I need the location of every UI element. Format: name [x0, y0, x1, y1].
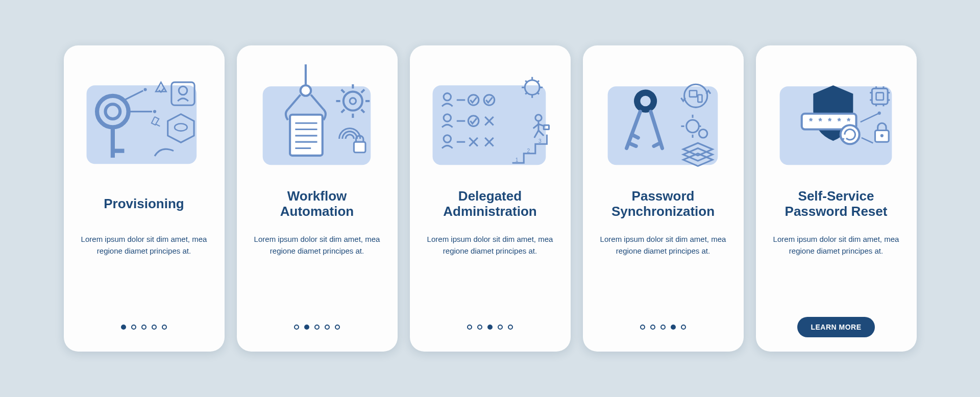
- page-dots: [640, 325, 686, 330]
- onboarding-card: * * * * *: [756, 45, 917, 352]
- page-dot[interactable]: [121, 325, 126, 330]
- page-dot[interactable]: [314, 325, 320, 330]
- page-dots: [294, 325, 340, 330]
- page-dot[interactable]: [508, 325, 513, 330]
- page-dot[interactable]: [335, 325, 340, 330]
- card-footer: LEARN MORE: [768, 317, 904, 337]
- page-dot[interactable]: [141, 325, 146, 330]
- svg-text:2: 2: [527, 148, 530, 154]
- svg-point-103: [877, 112, 880, 115]
- svg-text:*: *: [828, 116, 832, 127]
- card-footer: [76, 317, 212, 337]
- svg-rect-61: [544, 125, 549, 129]
- card-title: Provisioning: [104, 187, 184, 221]
- svg-rect-62: [607, 86, 718, 165]
- svg-point-6: [153, 110, 156, 113]
- svg-text:*: *: [809, 116, 813, 127]
- page-dot[interactable]: [477, 325, 482, 330]
- card-title: Password Synchronization: [611, 187, 715, 221]
- svg-point-8: [143, 88, 146, 91]
- page-dot[interactable]: [660, 325, 666, 330]
- card-title: Self-Service Password Reset: [785, 187, 888, 221]
- card-footer: [595, 317, 731, 337]
- card-description: Lorem ipsum dolor sit dim amet, mea regi…: [249, 233, 385, 257]
- svg-point-15: [300, 85, 311, 96]
- card-description: Lorem ipsum dolor sit dim amet, mea regi…: [76, 233, 212, 257]
- page-dot[interactable]: [304, 325, 309, 330]
- onboarding-card: Provisioning Lorem ipsum dolor sit dim a…: [64, 45, 225, 352]
- svg-rect-32: [354, 142, 365, 153]
- svg-text:3: 3: [538, 138, 541, 144]
- page-dot[interactable]: [152, 325, 157, 330]
- onboarding-card: Workflow Automation Lorem ipsum dolor si…: [237, 45, 398, 352]
- page-dot[interactable]: [671, 325, 676, 330]
- delegated-administration-illustration: 1 2 3: [422, 61, 558, 178]
- card-description: Lorem ipsum dolor sit dim amet, mea regi…: [768, 233, 904, 257]
- page-dot[interactable]: [294, 325, 299, 330]
- svg-line-39: [525, 81, 527, 83]
- password-synchronization-illustration: [595, 61, 731, 178]
- page-dot[interactable]: [487, 325, 493, 330]
- page-dots: [467, 325, 513, 330]
- page-dot[interactable]: [162, 325, 167, 330]
- card-footer: [249, 317, 385, 337]
- page-dot[interactable]: [467, 325, 472, 330]
- svg-point-101: [880, 134, 883, 137]
- page-dots: [121, 325, 167, 330]
- page-dot[interactable]: [681, 325, 686, 330]
- page-dot[interactable]: [325, 325, 330, 330]
- svg-point-89: [840, 125, 859, 144]
- workflow-automation-illustration: [249, 61, 385, 178]
- card-title: Workflow Automation: [280, 187, 354, 221]
- card-description: Lorem ipsum dolor sit dim amet, mea regi…: [595, 233, 731, 257]
- svg-point-64: [640, 96, 651, 107]
- page-dot[interactable]: [650, 325, 655, 330]
- card-description: Lorem ipsum dolor sit dim amet, mea regi…: [422, 233, 558, 257]
- learn-more-button[interactable]: LEARN MORE: [797, 317, 874, 337]
- self-service-password-reset-illustration: * * * * *: [768, 61, 904, 178]
- page-dot[interactable]: [498, 325, 503, 330]
- svg-text:*: *: [818, 116, 822, 127]
- onboarding-card: 1 2 3 Delegated Administration Lorem ips…: [410, 45, 571, 352]
- svg-line-41: [536, 81, 538, 83]
- svg-text:*: *: [837, 116, 841, 127]
- page-dot[interactable]: [640, 325, 645, 330]
- svg-text:1: 1: [515, 157, 518, 163]
- page-dot[interactable]: [131, 325, 136, 330]
- card-footer: [422, 317, 558, 337]
- card-title: Delegated Administration: [443, 187, 536, 221]
- onboarding-card: Password Synchronization Lorem ipsum dol…: [583, 45, 744, 352]
- provisioning-illustration: [76, 61, 212, 178]
